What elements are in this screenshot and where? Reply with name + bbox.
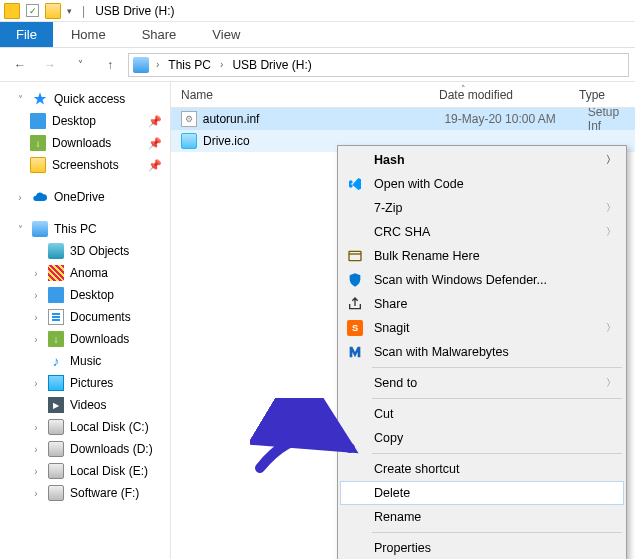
desktop-icon <box>30 113 46 129</box>
column-name[interactable]: Name <box>171 88 429 102</box>
ctx-copy[interactable]: Copy <box>340 426 624 450</box>
ctx-share[interactable]: Share <box>340 292 624 316</box>
nav-desktop[interactable]: Desktop 📌 <box>8 110 170 132</box>
nav-label: Screenshots <box>52 158 119 172</box>
nav-label: OneDrive <box>54 190 105 204</box>
qat-folder-icon[interactable] <box>45 3 61 19</box>
nav-local-e[interactable]: ›Local Disk (E:) <box>8 460 170 482</box>
nav-local-c[interactable]: ›Local Disk (C:) <box>8 416 170 438</box>
context-menu: Hash 〉 Open with Code 7-Zip 〉 CRC SHA 〉 … <box>337 145 627 559</box>
submenu-icon: 〉 <box>606 225 616 239</box>
nav-software-f[interactable]: ›Software (F:) <box>8 482 170 504</box>
ctx-create-shortcut[interactable]: Create shortcut <box>340 457 624 481</box>
nav-onedrive[interactable]: › OneDrive <box>8 186 170 208</box>
nav-screenshots[interactable]: Screenshots 📌 <box>8 154 170 176</box>
chevron-right-icon[interactable]: › <box>30 422 42 433</box>
navbar: ← → ˅ ↑ › This PC › USB Drive (H:) <box>0 48 635 82</box>
inf-file-icon <box>181 111 197 127</box>
nav-downloads[interactable]: Downloads 📌 <box>8 132 170 154</box>
nav-label: Downloads <box>52 136 111 150</box>
ctx-defender[interactable]: Scan with Windows Defender... <box>340 268 624 292</box>
explorer-app-icon <box>4 3 20 19</box>
ctx-snagit[interactable]: S Snagit 〉 <box>340 316 624 340</box>
nav-thispc[interactable]: ˅ This PC <box>8 218 170 240</box>
3d-icon <box>48 243 64 259</box>
file-row-autorun[interactable]: autorun.inf 19-May-20 10:00 AM Setup Inf <box>171 108 635 130</box>
svg-rect-0 <box>349 251 361 260</box>
qat-checkbox-1[interactable]: ✓ <box>26 4 39 17</box>
chevron-right-icon[interactable]: › <box>30 444 42 455</box>
ribbon-view-tab[interactable]: View <box>194 22 258 47</box>
pc-icon <box>133 57 149 73</box>
ctx-crc-sha[interactable]: CRC SHA 〉 <box>340 220 624 244</box>
ribbon-share-tab[interactable]: Share <box>124 22 195 47</box>
anoma-icon <box>48 265 64 281</box>
column-date[interactable]: Date modified <box>429 88 569 102</box>
chevron-right-icon[interactable]: › <box>14 192 26 203</box>
chevron-right-icon[interactable]: › <box>153 59 162 70</box>
music-icon: ♪ <box>48 353 64 369</box>
navigation-pane: ˅ Quick access Desktop 📌 Downloads 📌 Scr… <box>0 82 170 559</box>
folder-icon <box>30 157 46 173</box>
nav-recent-dropdown[interactable]: ˅ <box>68 53 92 77</box>
qat-dropdown-icon[interactable]: ▾ <box>67 6 72 16</box>
chevron-down-icon[interactable]: ˅ <box>14 224 26 235</box>
nav-label: Quick access <box>54 92 125 106</box>
chevron-right-icon[interactable]: › <box>30 312 42 323</box>
nav-label: Downloads (D:) <box>70 442 153 456</box>
nav-quick-access[interactable]: ˅ Quick access <box>8 88 170 110</box>
column-type[interactable]: Type <box>569 88 635 102</box>
nav-downloads-d[interactable]: ›Downloads (D:) <box>8 438 170 460</box>
desktop-icon <box>48 287 64 303</box>
chevron-right-icon[interactable]: › <box>30 488 42 499</box>
nav-music[interactable]: ♪Music <box>8 350 170 372</box>
nav-forward-button[interactable]: → <box>38 53 62 77</box>
ribbon-home-tab[interactable]: Home <box>53 22 124 47</box>
ctx-open-with-code[interactable]: Open with Code <box>340 172 624 196</box>
nav-downloads-2[interactable]: ›Downloads <box>8 328 170 350</box>
downloads-icon <box>30 135 46 151</box>
ribbon-file-tab[interactable]: File <box>0 22 53 47</box>
menu-separator <box>372 367 622 368</box>
ctx-cut[interactable]: Cut <box>340 402 624 426</box>
chevron-right-icon[interactable]: › <box>30 334 42 345</box>
file-type: Setup Inf <box>588 105 635 133</box>
nav-back-button[interactable]: ← <box>8 53 32 77</box>
nav-documents[interactable]: ›Documents <box>8 306 170 328</box>
nav-anoma[interactable]: ›Anoma <box>8 262 170 284</box>
nav-desktop-2[interactable]: ›Desktop <box>8 284 170 306</box>
bulkrename-icon <box>346 247 364 265</box>
chevron-right-icon[interactable]: › <box>217 59 226 70</box>
ctx-7zip[interactable]: 7-Zip 〉 <box>340 196 624 220</box>
nav-label: Anoma <box>70 266 108 280</box>
chevron-right-icon[interactable]: › <box>30 268 42 279</box>
ctx-bulk-rename[interactable]: Bulk Rename Here <box>340 244 624 268</box>
breadcrumb-drive[interactable]: USB Drive (H:) <box>230 58 313 72</box>
disk-icon <box>48 463 64 479</box>
chevron-right-icon[interactable]: › <box>30 290 42 301</box>
pin-icon: 📌 <box>148 137 162 150</box>
nav-label: Desktop <box>70 288 114 302</box>
nav-videos[interactable]: Videos <box>8 394 170 416</box>
nav-3d-objects[interactable]: 3D Objects <box>8 240 170 262</box>
nav-pictures[interactable]: ›Pictures <box>8 372 170 394</box>
ctx-properties[interactable]: Properties <box>340 536 624 559</box>
ctx-delete[interactable]: Delete <box>340 481 624 505</box>
nav-label: Downloads <box>70 332 129 346</box>
pc-icon <box>32 221 48 237</box>
ctx-hash[interactable]: Hash 〉 <box>340 148 624 172</box>
videos-icon <box>48 397 64 413</box>
chevron-right-icon[interactable]: › <box>30 466 42 477</box>
nav-up-button[interactable]: ↑ <box>98 53 122 77</box>
chevron-right-icon[interactable]: › <box>30 378 42 389</box>
breadcrumb-thispc[interactable]: This PC <box>166 58 213 72</box>
ctx-rename[interactable]: Rename <box>340 505 624 529</box>
address-bar[interactable]: › This PC › USB Drive (H:) <box>128 53 629 77</box>
ctx-label: 7-Zip <box>374 201 402 215</box>
nav-label: 3D Objects <box>70 244 129 258</box>
ctx-label: CRC SHA <box>374 225 430 239</box>
chevron-down-icon[interactable]: ˅ <box>14 94 26 105</box>
downloads-icon <box>48 331 64 347</box>
ctx-send-to[interactable]: Send to 〉 <box>340 371 624 395</box>
ctx-malwarebytes[interactable]: Scan with Malwarebytes <box>340 340 624 364</box>
